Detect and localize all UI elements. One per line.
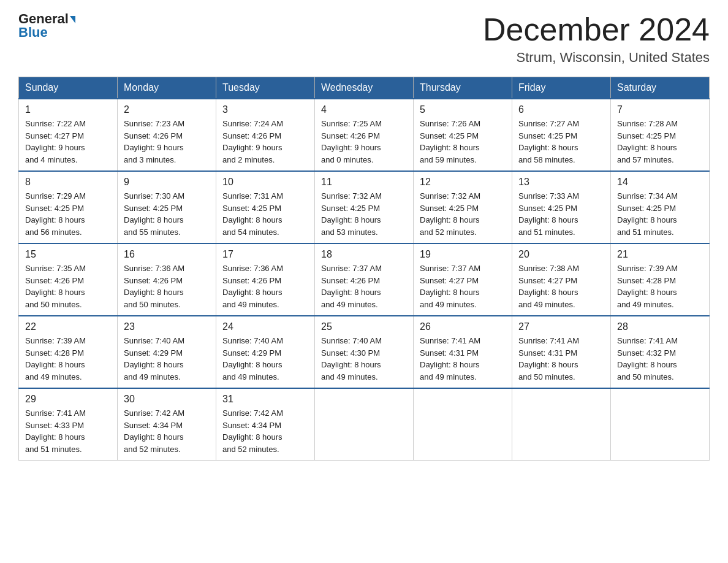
day-number: 27 bbox=[518, 321, 604, 332]
calendar-cell: 12Sunrise: 7:32 AMSunset: 4:25 PMDayligh… bbox=[414, 171, 512, 243]
day-number: 2 bbox=[124, 104, 210, 115]
logo: General Blue bbox=[18, 12, 75, 40]
calendar-cell: 14Sunrise: 7:34 AMSunset: 4:25 PMDayligh… bbox=[611, 171, 710, 243]
calendar-cell: 13Sunrise: 7:33 AMSunset: 4:25 PMDayligh… bbox=[512, 171, 611, 243]
day-number: 20 bbox=[518, 249, 604, 260]
day-info: Sunrise: 7:23 AMSunset: 4:26 PMDaylight:… bbox=[124, 119, 184, 164]
day-number: 1 bbox=[25, 104, 111, 115]
calendar-cell: 10Sunrise: 7:31 AMSunset: 4:25 PMDayligh… bbox=[216, 171, 315, 243]
day-info: Sunrise: 7:24 AMSunset: 4:26 PMDaylight:… bbox=[222, 119, 283, 164]
weekday-header-wednesday: Wednesday bbox=[315, 77, 414, 99]
day-number: 16 bbox=[124, 249, 210, 260]
day-info: Sunrise: 7:37 AMSunset: 4:26 PMDaylight:… bbox=[321, 264, 382, 309]
day-info: Sunrise: 7:33 AMSunset: 4:25 PMDaylight:… bbox=[518, 191, 579, 237]
day-info: Sunrise: 7:29 AMSunset: 4:25 PMDaylight:… bbox=[25, 191, 86, 237]
calendar-cell: 19Sunrise: 7:37 AMSunset: 4:27 PMDayligh… bbox=[414, 243, 512, 316]
day-number: 25 bbox=[321, 321, 407, 332]
day-info: Sunrise: 7:38 AMSunset: 4:27 PMDaylight:… bbox=[518, 264, 579, 309]
calendar-cell bbox=[611, 388, 710, 461]
calendar-cell: 9Sunrise: 7:30 AMSunset: 4:25 PMDaylight… bbox=[118, 171, 216, 243]
calendar-table: SundayMondayTuesdayWednesdayThursdayFrid… bbox=[18, 77, 710, 461]
calendar-cell: 6Sunrise: 7:27 AMSunset: 4:25 PMDaylight… bbox=[512, 99, 611, 171]
calendar-cell: 20Sunrise: 7:38 AMSunset: 4:27 PMDayligh… bbox=[512, 243, 611, 316]
day-number: 17 bbox=[222, 249, 308, 260]
day-number: 22 bbox=[25, 321, 111, 332]
day-number: 31 bbox=[222, 394, 308, 405]
day-number: 30 bbox=[124, 394, 210, 405]
day-number: 18 bbox=[321, 249, 407, 260]
day-number: 26 bbox=[420, 321, 506, 332]
day-number: 15 bbox=[25, 249, 111, 260]
calendar-cell bbox=[512, 388, 611, 461]
day-number: 10 bbox=[222, 177, 308, 188]
calendar-cell: 26Sunrise: 7:41 AMSunset: 4:31 PMDayligh… bbox=[414, 316, 512, 388]
calendar-cell: 16Sunrise: 7:36 AMSunset: 4:26 PMDayligh… bbox=[118, 243, 216, 316]
calendar-cell: 17Sunrise: 7:36 AMSunset: 4:26 PMDayligh… bbox=[216, 243, 315, 316]
day-info: Sunrise: 7:28 AMSunset: 4:25 PMDaylight:… bbox=[617, 119, 678, 164]
day-info: Sunrise: 7:32 AMSunset: 4:25 PMDaylight:… bbox=[420, 191, 480, 237]
day-number: 21 bbox=[617, 249, 703, 260]
weekday-header-row: SundayMondayTuesdayWednesdayThursdayFrid… bbox=[19, 77, 710, 99]
calendar-cell: 1Sunrise: 7:22 AMSunset: 4:27 PMDaylight… bbox=[19, 99, 118, 171]
calendar-cell: 5Sunrise: 7:26 AMSunset: 4:25 PMDaylight… bbox=[414, 99, 512, 171]
day-number: 5 bbox=[420, 104, 506, 115]
week-row-3: 15Sunrise: 7:35 AMSunset: 4:26 PMDayligh… bbox=[19, 243, 710, 316]
calendar-body: 1Sunrise: 7:22 AMSunset: 4:27 PMDaylight… bbox=[19, 99, 710, 461]
weekday-header-thursday: Thursday bbox=[414, 77, 512, 99]
day-info: Sunrise: 7:30 AMSunset: 4:25 PMDaylight:… bbox=[124, 191, 184, 237]
day-info: Sunrise: 7:41 AMSunset: 4:32 PMDaylight:… bbox=[617, 336, 678, 381]
weekday-header-monday: Monday bbox=[118, 77, 216, 99]
week-row-2: 8Sunrise: 7:29 AMSunset: 4:25 PMDaylight… bbox=[19, 171, 710, 243]
week-row-1: 1Sunrise: 7:22 AMSunset: 4:27 PMDaylight… bbox=[19, 99, 710, 171]
calendar-cell: 2Sunrise: 7:23 AMSunset: 4:26 PMDaylight… bbox=[118, 99, 216, 171]
logo-line2: Blue bbox=[18, 25, 48, 40]
day-number: 29 bbox=[25, 394, 111, 405]
day-number: 12 bbox=[420, 177, 506, 188]
day-number: 8 bbox=[25, 177, 111, 188]
week-row-5: 29Sunrise: 7:41 AMSunset: 4:33 PMDayligh… bbox=[19, 388, 710, 461]
calendar-cell: 8Sunrise: 7:29 AMSunset: 4:25 PMDaylight… bbox=[19, 171, 118, 243]
day-info: Sunrise: 7:25 AMSunset: 4:26 PMDaylight:… bbox=[321, 119, 382, 164]
day-number: 6 bbox=[518, 104, 604, 115]
day-info: Sunrise: 7:34 AMSunset: 4:25 PMDaylight:… bbox=[617, 191, 678, 237]
day-info: Sunrise: 7:41 AMSunset: 4:33 PMDaylight:… bbox=[25, 408, 86, 454]
day-number: 7 bbox=[617, 104, 703, 115]
weekday-header-friday: Friday bbox=[512, 77, 611, 99]
calendar-cell: 29Sunrise: 7:41 AMSunset: 4:33 PMDayligh… bbox=[19, 388, 118, 461]
day-info: Sunrise: 7:26 AMSunset: 4:25 PMDaylight:… bbox=[420, 119, 480, 164]
calendar-cell: 15Sunrise: 7:35 AMSunset: 4:26 PMDayligh… bbox=[19, 243, 118, 316]
location-subtitle: Strum, Wisconsin, United States bbox=[483, 50, 710, 66]
day-number: 23 bbox=[124, 321, 210, 332]
weekday-header-saturday: Saturday bbox=[611, 77, 710, 99]
day-info: Sunrise: 7:41 AMSunset: 4:31 PMDaylight:… bbox=[518, 336, 579, 381]
page-header: General Blue December 2024 Strum, Wiscon… bbox=[18, 12, 710, 66]
day-number: 13 bbox=[518, 177, 604, 188]
day-info: Sunrise: 7:35 AMSunset: 4:26 PMDaylight:… bbox=[25, 264, 86, 309]
day-info: Sunrise: 7:40 AMSunset: 4:29 PMDaylight:… bbox=[222, 336, 283, 381]
day-info: Sunrise: 7:39 AMSunset: 4:28 PMDaylight:… bbox=[617, 264, 678, 309]
calendar-cell: 7Sunrise: 7:28 AMSunset: 4:25 PMDaylight… bbox=[611, 99, 710, 171]
day-info: Sunrise: 7:31 AMSunset: 4:25 PMDaylight:… bbox=[222, 191, 283, 237]
day-number: 9 bbox=[124, 177, 210, 188]
day-info: Sunrise: 7:22 AMSunset: 4:27 PMDaylight:… bbox=[25, 119, 86, 164]
day-number: 28 bbox=[617, 321, 703, 332]
calendar-cell: 25Sunrise: 7:40 AMSunset: 4:30 PMDayligh… bbox=[315, 316, 414, 388]
day-info: Sunrise: 7:32 AMSunset: 4:25 PMDaylight:… bbox=[321, 191, 382, 237]
day-number: 19 bbox=[420, 249, 506, 260]
title-area: December 2024 Strum, Wisconsin, United S… bbox=[483, 12, 710, 66]
day-info: Sunrise: 7:42 AMSunset: 4:34 PMDaylight:… bbox=[222, 408, 283, 454]
weekday-header-sunday: Sunday bbox=[19, 77, 118, 99]
calendar-cell: 18Sunrise: 7:37 AMSunset: 4:26 PMDayligh… bbox=[315, 243, 414, 316]
calendar-cell: 31Sunrise: 7:42 AMSunset: 4:34 PMDayligh… bbox=[216, 388, 315, 461]
calendar-cell bbox=[414, 388, 512, 461]
calendar-cell: 3Sunrise: 7:24 AMSunset: 4:26 PMDaylight… bbox=[216, 99, 315, 171]
day-info: Sunrise: 7:37 AMSunset: 4:27 PMDaylight:… bbox=[420, 264, 480, 309]
calendar-cell: 21Sunrise: 7:39 AMSunset: 4:28 PMDayligh… bbox=[611, 243, 710, 316]
day-number: 24 bbox=[222, 321, 308, 332]
calendar-cell: 27Sunrise: 7:41 AMSunset: 4:31 PMDayligh… bbox=[512, 316, 611, 388]
day-info: Sunrise: 7:40 AMSunset: 4:30 PMDaylight:… bbox=[321, 336, 382, 381]
calendar-cell: 24Sunrise: 7:40 AMSunset: 4:29 PMDayligh… bbox=[216, 316, 315, 388]
day-info: Sunrise: 7:36 AMSunset: 4:26 PMDaylight:… bbox=[222, 264, 283, 309]
calendar-cell: 30Sunrise: 7:42 AMSunset: 4:34 PMDayligh… bbox=[118, 388, 216, 461]
logo-line1: General bbox=[18, 12, 75, 26]
